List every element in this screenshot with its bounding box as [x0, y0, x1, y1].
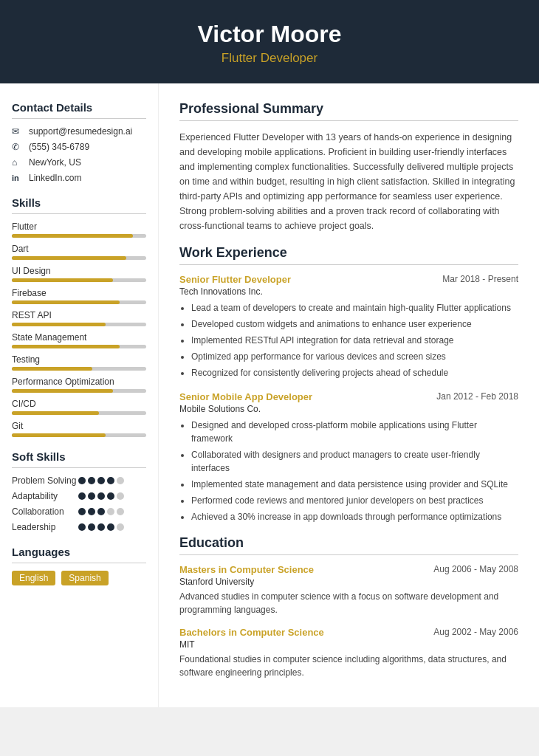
job-item: Senior Mobile App Developer Jan 2012 - F…: [179, 391, 518, 523]
skill-name: State Management: [12, 332, 146, 343]
header: Victor Moore Flutter Developer: [0, 0, 539, 83]
skill-bar-bg: [12, 234, 146, 238]
job-header: Senior Flutter Developer Mar 2018 - Pres…: [179, 274, 518, 285]
skill-dot: [78, 477, 86, 484]
skill-item: Testing: [12, 354, 146, 371]
job-bullets: Designed and developed cross-platform mo…: [179, 419, 518, 523]
skill-name: Dart: [12, 244, 146, 254]
soft-skills-divider: [12, 467, 146, 468]
list-item: Performed code reviews and mentored juni…: [191, 494, 518, 507]
skill-item: Flutter: [12, 221, 146, 238]
skill-item: UI Design: [12, 266, 146, 282]
email-icon: ✉: [12, 126, 24, 137]
header-title: Flutter Developer: [15, 51, 524, 66]
skill-bar-bg: [12, 256, 146, 260]
skill-dot: [88, 477, 95, 484]
skill-dot: [97, 477, 105, 484]
edu-degree: Masters in Computer Science: [179, 564, 314, 575]
summary-text: Experienced Flutter Developer with 13 ye…: [179, 130, 518, 233]
skills-section-title: Skills: [12, 196, 146, 209]
skill-dot: [117, 477, 124, 484]
skill-dot: [107, 477, 114, 484]
skill-dot: [107, 523, 114, 531]
skill-name: CI/CD: [12, 399, 146, 409]
skill-bar-fill: [12, 300, 120, 304]
job-header: Senior Mobile App Developer Jan 2012 - F…: [179, 391, 518, 402]
soft-skill-name: Collaboration: [12, 506, 78, 517]
skill-bar-bg: [12, 323, 146, 326]
edu-degree: Bachelors in Computer Science: [179, 627, 324, 638]
list-item: Collaborated with designers and product …: [191, 448, 518, 475]
edu-date: Aug 2002 - May 2006: [433, 627, 518, 637]
jobs-list: Senior Flutter Developer Mar 2018 - Pres…: [179, 274, 518, 523]
skill-bar-bg: [12, 411, 146, 415]
contact-phone: ✆ (555) 345-6789: [12, 142, 146, 152]
skill-dots: [78, 492, 124, 500]
edu-header: Bachelors in Computer Science Aug 2002 -…: [179, 627, 518, 638]
list-item: Recognized for consistently delivering p…: [191, 366, 518, 379]
skill-bar-fill: [12, 411, 99, 415]
skill-dot: [97, 508, 105, 515]
experience-section-title: Work Experience: [179, 245, 518, 261]
job-bullets: Lead a team of developers to create and …: [179, 301, 518, 379]
body: Contact Details ✉ support@resumedesign.a…: [0, 83, 539, 707]
skill-dot: [78, 508, 86, 515]
skill-bar-fill: [12, 234, 133, 238]
skill-dots: [78, 508, 124, 515]
phone-icon: ✆: [12, 142, 24, 152]
skill-item: Performance Optimization: [12, 377, 146, 393]
skill-dot: [97, 523, 105, 531]
skill-name: Firebase: [12, 288, 146, 298]
soft-skill-name: Problem Solving: [12, 475, 78, 486]
skill-item: Firebase: [12, 288, 146, 304]
skill-name: Performance Optimization: [12, 377, 146, 387]
skill-dot: [97, 492, 105, 500]
contact-section-title: Contact Details: [12, 101, 146, 114]
skills-divider: [12, 213, 146, 214]
contact-location-text: NewYork, US: [29, 157, 81, 168]
skill-dot: [107, 492, 114, 500]
skill-dot: [88, 523, 95, 531]
skill-dots: [78, 523, 124, 531]
skill-name: Flutter: [12, 221, 146, 232]
job-title: Senior Mobile App Developer: [179, 391, 312, 402]
skill-item: State Management: [12, 332, 146, 348]
soft-skill-item: Collaboration: [12, 506, 146, 517]
skill-dot: [78, 523, 86, 531]
skill-dot: [117, 523, 124, 531]
job-item: Senior Flutter Developer Mar 2018 - Pres…: [179, 274, 518, 379]
list-item: Achieved a 30% increase in app downloads…: [191, 510, 518, 523]
skill-bar-fill: [12, 389, 113, 393]
location-icon: ⌂: [12, 157, 24, 168]
contact-list: ✉ support@resumedesign.ai ✆ (555) 345-67…: [12, 126, 146, 183]
list-item: Developed custom widgets and animations …: [191, 317, 518, 331]
contact-linkedin: in LinkedIn.com: [12, 173, 146, 183]
skill-dot: [107, 508, 114, 515]
language-tag: Spanish: [61, 571, 108, 585]
skill-bar-bg: [12, 278, 146, 282]
job-date: Jan 2012 - Feb 2018: [436, 391, 518, 402]
job-date: Mar 2018 - Present: [442, 274, 518, 284]
sidebar: Contact Details ✉ support@resumedesign.a…: [0, 83, 159, 707]
soft-skill-name: Leadership: [12, 522, 78, 532]
skills-list: Flutter Dart UI Design Firebase REST API…: [12, 221, 146, 437]
job-company: Mobile Solutions Co.: [179, 404, 518, 414]
skill-dot: [88, 492, 95, 500]
skill-bar-fill: [12, 256, 126, 260]
skill-item: Dart: [12, 244, 146, 260]
skill-name: UI Design: [12, 266, 146, 276]
skill-item: CI/CD: [12, 399, 146, 415]
linkedin-icon: in: [12, 173, 24, 182]
header-name: Victor Moore: [15, 21, 524, 48]
edu-date: Aug 2006 - May 2008: [433, 564, 518, 574]
edu-school: MIT: [179, 639, 518, 650]
edu-school: Stanford University: [179, 577, 518, 587]
languages-list: EnglishSpanish: [12, 571, 146, 585]
skill-bar-bg: [12, 300, 146, 304]
languages-divider: [12, 563, 146, 563]
skill-bar-fill: [12, 345, 120, 348]
edu-header: Masters in Computer Science Aug 2006 - M…: [179, 564, 518, 575]
soft-skills-list: Problem SolvingAdaptabilityCollaboration…: [12, 475, 146, 532]
list-item: Designed and developed cross-platform mo…: [191, 419, 518, 445]
skill-dot: [117, 508, 124, 515]
